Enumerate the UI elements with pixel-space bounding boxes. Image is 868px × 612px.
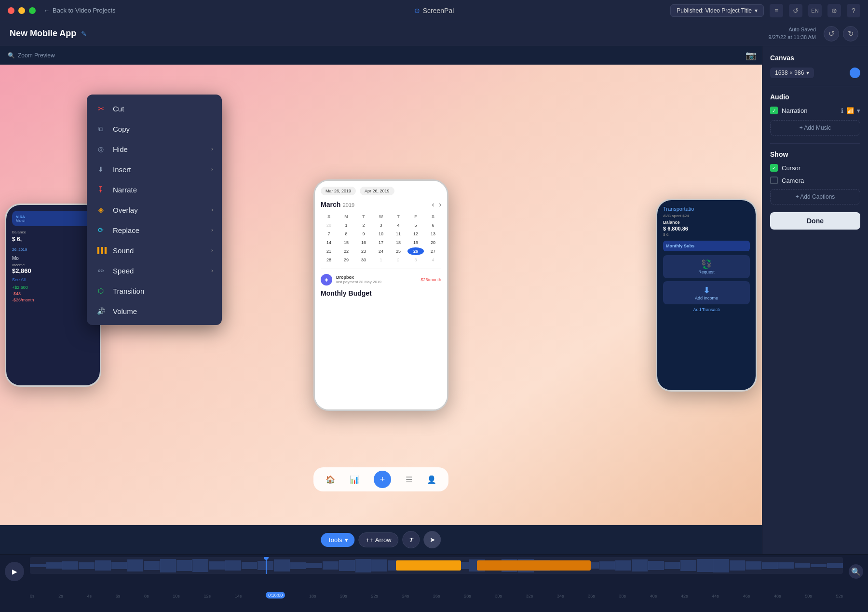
publish-button[interactable]: Published: Video Project Title ▾	[670, 4, 764, 17]
filter-icon-btn[interactable]: ≡	[770, 4, 783, 17]
cal-day[interactable]: 16	[355, 239, 372, 246]
ruler-mark-50s: 50s	[805, 594, 812, 598]
cal-day[interactable]: 3	[373, 221, 389, 229]
context-menu-item-sound[interactable]: ▐▐▐ Sound ›	[87, 240, 222, 260]
context-menu-item-narrate[interactable]: 🎙 Narrate	[87, 179, 222, 200]
minimize-button[interactable]	[18, 7, 25, 14]
cal-day[interactable]: 7	[321, 230, 337, 238]
day-header-f: F	[407, 213, 424, 220]
add-music-button[interactable]: + Add Music	[770, 120, 860, 136]
edit-title-icon[interactable]: ✎	[81, 30, 87, 38]
cal-day[interactable]: 12	[407, 230, 424, 238]
context-menu-item-insert[interactable]: ⬇ Insert ›	[87, 159, 222, 179]
cal-day[interactable]: 29	[338, 256, 354, 264]
waveform-bar	[811, 564, 827, 567]
add-captions-button[interactable]: + Add Captions	[770, 189, 860, 204]
cal-day[interactable]: 17	[373, 239, 389, 246]
cal-day[interactable]: 19	[407, 239, 424, 246]
back-button[interactable]: ← Back to Video Projects	[43, 7, 116, 14]
context-menu-item-copy[interactable]: ⧉ Copy	[87, 119, 222, 139]
language-icon-btn[interactable]: EN	[808, 4, 822, 17]
redo-button[interactable]: ↻	[843, 26, 858, 41]
context-menu-item-volume[interactable]: 🔊 Volume	[87, 301, 222, 321]
done-button[interactable]: Done	[770, 212, 860, 230]
cut-label: Cut	[113, 105, 124, 113]
canvas-size-badge[interactable]: 1638 × 986 ▾	[770, 68, 814, 78]
cal-day[interactable]: 23	[355, 247, 372, 255]
cal-prev-button[interactable]: ‹	[432, 201, 434, 208]
cal-day[interactable]: 2	[355, 221, 372, 229]
cal-day-selected[interactable]: 26	[407, 247, 424, 255]
cal-day[interactable]: 20	[425, 239, 441, 246]
context-menu-item-transition[interactable]: ⬡ Transition	[87, 281, 222, 301]
cal-day[interactable]: 4	[425, 256, 441, 264]
context-menu-item-hide[interactable]: ◎ Hide ›	[87, 139, 222, 159]
cal-day[interactable]: 28	[321, 256, 337, 264]
autosave-line1: Auto Saved	[769, 26, 816, 33]
cal-day[interactable]: 1	[373, 256, 389, 264]
close-button[interactable]	[8, 7, 14, 14]
timeline-segment-orange[interactable]	[396, 560, 461, 571]
context-menu-item-cut[interactable]: ✂ Cut	[87, 98, 222, 119]
arrow-button[interactable]: + + Arrow	[359, 532, 399, 547]
cal-day[interactable]: 8	[338, 230, 354, 238]
cal-next-button[interactable]: ›	[439, 201, 441, 208]
canvas-toggle[interactable]	[850, 68, 860, 78]
cal-day[interactable]: 25	[390, 247, 407, 255]
cal-day[interactable]: 28	[321, 221, 337, 229]
volume-label: Volume	[113, 307, 137, 315]
maximize-button[interactable]	[29, 7, 36, 14]
search-icon: 🔍	[8, 52, 15, 59]
insert-arrow-icon: ›	[211, 166, 213, 173]
context-menu-item-overlay[interactable]: ◈ Overlay ›	[87, 200, 222, 220]
play-button[interactable]: ▶	[5, 562, 24, 581]
cal-day[interactable]: 18	[390, 239, 407, 246]
camera-checkbox[interactable]	[770, 177, 778, 184]
cursor-checkbox[interactable]: ✓	[770, 164, 778, 172]
info-icon[interactable]: ℹ	[841, 107, 843, 114]
cal-day[interactable]: 21	[321, 247, 337, 255]
cal-day[interactable]: 10	[373, 230, 389, 238]
cal-day[interactable]: 3	[407, 256, 424, 264]
back-arrow-icon: ←	[43, 7, 50, 14]
undo-button[interactable]: ↺	[824, 26, 839, 41]
ruler-mark-26s: 26s	[433, 594, 440, 598]
cal-day[interactable]: 1	[338, 221, 354, 229]
cal-day[interactable]: 2	[390, 256, 407, 264]
cursor-icon: ➤	[430, 536, 435, 544]
cal-day[interactable]: 4	[390, 221, 407, 229]
timeline-ruler: 0s 2s 4s 6s 8s 10s 12s 14s 0:16:00 18s 2…	[0, 588, 868, 602]
ruler-mark-34s: 34s	[557, 594, 564, 598]
layers-icon-btn[interactable]: ⊕	[827, 4, 841, 17]
cal-day[interactable]: 13	[425, 230, 441, 238]
help-icon-btn[interactable]: ?	[847, 4, 860, 17]
cal-day[interactable]: 30	[355, 256, 372, 264]
timeline-search-button[interactable]: 🔍	[849, 564, 863, 579]
context-menu-item-replace[interactable]: ⟳ Replace ›	[87, 220, 222, 240]
ruler-mark-40s: 40s	[650, 594, 657, 598]
camera-button[interactable]: 📷	[746, 50, 756, 61]
cal-day[interactable]: 24	[373, 247, 389, 255]
ruler-mark-6s: 6s	[116, 594, 121, 598]
history-icon-btn[interactable]: ↺	[789, 4, 802, 17]
cal-day[interactable]: 14	[321, 239, 337, 246]
cal-day[interactable]: 27	[425, 247, 441, 255]
timeline-segment-yellow[interactable]	[477, 560, 591, 571]
cal-day[interactable]: 5	[407, 221, 424, 229]
cal-day[interactable]: 11	[390, 230, 407, 238]
cal-day[interactable]: 9	[355, 230, 372, 238]
timeline-playhead[interactable]	[266, 557, 267, 574]
text-button[interactable]: T	[403, 531, 420, 548]
publish-label: Published: Video Project Title	[677, 7, 752, 14]
waveform-container[interactable]	[30, 557, 843, 586]
narration-checkbox[interactable]: ✓	[770, 107, 778, 114]
cal-day[interactable]: 15	[338, 239, 354, 246]
chevron-down-icon: ▾	[755, 7, 758, 14]
cal-day[interactable]: 22	[338, 247, 354, 255]
tools-button[interactable]: Tools ▾	[321, 533, 354, 547]
cal-day[interactable]: 6	[425, 221, 441, 229]
context-menu-item-speed[interactable]: »» Speed ›	[87, 260, 222, 281]
narration-chevron-icon[interactable]: ▾	[857, 107, 860, 114]
ruler-mark-38s: 38s	[619, 594, 626, 598]
cursor-button[interactable]: ➤	[424, 531, 441, 548]
